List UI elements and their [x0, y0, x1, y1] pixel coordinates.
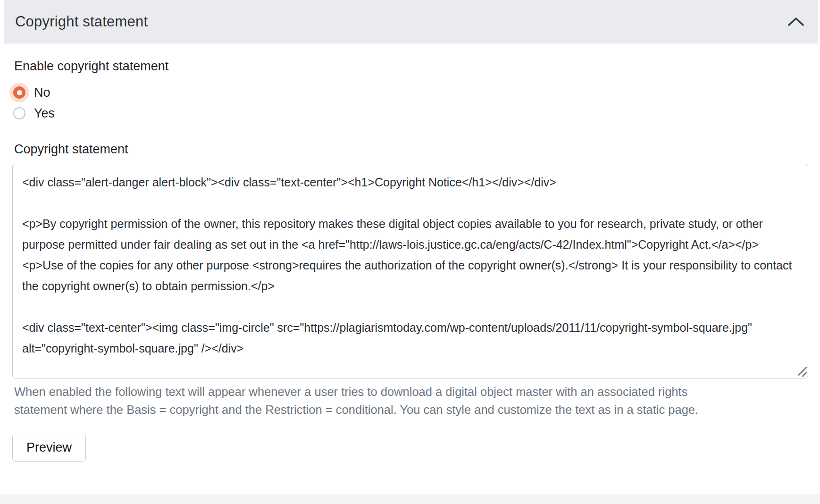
- chevron-up-icon[interactable]: [787, 16, 804, 27]
- textarea-resize-handle[interactable]: [797, 367, 808, 377]
- radio-yes-label: Yes: [34, 106, 55, 121]
- preview-button[interactable]: Preview: [12, 434, 86, 462]
- copyright-statement-input[interactable]: <div class="alert-danger alert-block"><d…: [12, 164, 808, 378]
- copyright-statement-label: Copyright statement: [14, 141, 809, 158]
- enable-copyright-label: Enable copyright statement: [14, 58, 809, 75]
- radio-no-control[interactable]: [13, 86, 25, 99]
- radio-yes-control[interactable]: [13, 107, 25, 119]
- radio-option-no[interactable]: No: [13, 82, 809, 103]
- copyright-statement-panel: Copyright statement Enable copyright sta…: [4, 0, 818, 462]
- radio-option-yes[interactable]: Yes: [13, 103, 809, 124]
- panel-title: Copyright statement: [15, 13, 148, 30]
- panel-body: Enable copyright statement No Yes Copyri…: [4, 58, 818, 462]
- enable-copyright-radio-group: No Yes: [12, 82, 809, 124]
- settings-page: Copyright statement Enable copyright sta…: [0, 0, 820, 504]
- radio-no-label: No: [34, 85, 50, 100]
- copyright-statement-help-text: When enabled the following text will app…: [14, 383, 712, 419]
- copyright-statement-textarea-wrap: <div class="alert-danger alert-block"><d…: [12, 164, 809, 378]
- next-section-edge: [0, 495, 820, 504]
- panel-header-copyright-statement[interactable]: Copyright statement: [4, 0, 818, 43]
